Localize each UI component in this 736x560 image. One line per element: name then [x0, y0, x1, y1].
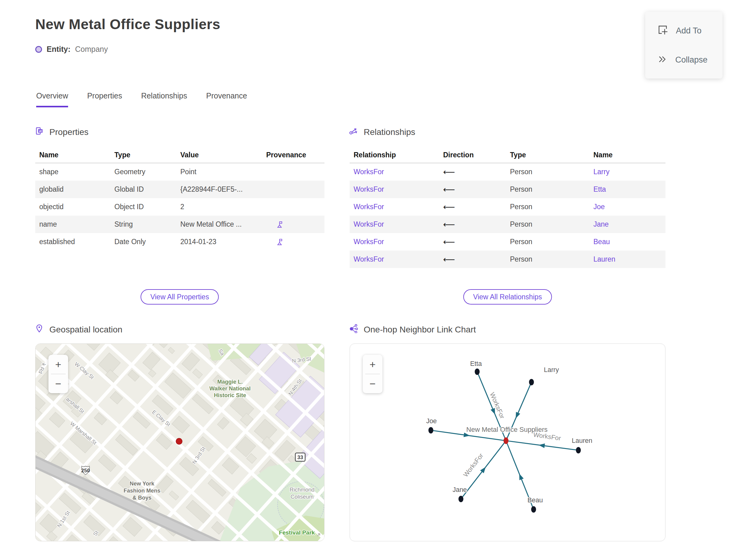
link-chart-graph[interactable]: WorksForWorksForWorksForEttaLarryJoeLaur… — [350, 344, 665, 541]
chart-zoom-out-button[interactable]: − — [363, 374, 382, 393]
route-shield: 33 — [295, 453, 305, 461]
relationship-link[interactable]: WorksFor — [354, 168, 439, 176]
provenance-flag-icon[interactable] — [275, 238, 283, 246]
add-to-button[interactable]: Add To — [657, 25, 723, 37]
properties-section-header: Properties — [35, 126, 89, 138]
graph-node-etta[interactable] — [475, 369, 480, 375]
graph-node-beau[interactable] — [531, 506, 536, 513]
direction-cell: ⟵ — [439, 255, 506, 264]
edge-arrowhead — [519, 474, 523, 480]
map-expand-handle[interactable] — [315, 531, 323, 540]
relationship-type-cell: WorksFor — [350, 203, 439, 211]
double-chevron-right-icon — [657, 54, 667, 66]
graph-node-jane[interactable] — [458, 496, 463, 502]
direction-cell: ⟵ — [439, 220, 506, 229]
geospatial-map[interactable]: + − 25033k RdW Clay StSaarshall StW Mars… — [35, 343, 324, 541]
entity-subtitle: Entity: Company — [35, 45, 108, 54]
direction-arrow: ⟵ — [443, 237, 506, 247]
direction-arrow: ⟵ — [443, 220, 506, 229]
properties-table: NameTypeValueProvenanceshapeGeometryPoin… — [35, 147, 324, 251]
graph-node-larry[interactable] — [529, 379, 534, 385]
relationship-link[interactable]: WorksFor — [354, 255, 439, 263]
prop-name-cell: globalid — [35, 185, 110, 194]
linkchart-section-title: One-hop Neighbor Link Chart — [364, 325, 476, 335]
graph-node-center[interactable] — [504, 437, 508, 444]
add-to-label: Add To — [676, 26, 702, 36]
column-header: Name — [589, 151, 665, 159]
actions-panel: Add To Collapse — [645, 12, 723, 79]
relationship-type-cell: WorksFor — [350, 220, 439, 228]
link-chart-icon — [349, 324, 358, 335]
map-illustration[interactable]: 25033k RdW Clay StSaarshall StW Marshall… — [36, 344, 324, 541]
property-row: establishedDate Only2014-01-23 — [35, 233, 324, 251]
related-entity-cell: Joe — [589, 203, 665, 211]
map-marker[interactable] — [176, 438, 182, 444]
relationship-link[interactable]: WorksFor — [354, 238, 439, 246]
graph-node-label: Beau — [527, 497, 543, 504]
prop-type-cell: String — [110, 220, 176, 228]
relationships-table: RelationshipDirectionTypeNameWorksFor⟵Pe… — [350, 147, 665, 268]
relationship-type-cell: WorksFor — [350, 238, 439, 246]
graph-node-label: Lauren — [572, 437, 592, 444]
edge-arrowhead — [480, 467, 486, 473]
chart-zoom-in-button[interactable]: + — [363, 355, 382, 374]
related-entity-cell: Etta — [589, 185, 665, 194]
relationship-row: WorksFor⟵PersonBeau — [350, 233, 665, 251]
relationship-type-cell: WorksFor — [350, 185, 439, 194]
related-entity-link[interactable]: Beau — [593, 238, 665, 246]
chart-zoom-control: + − — [363, 355, 382, 393]
relationships-section-title: Relationships — [364, 127, 415, 137]
related-entity-link[interactable]: Joe — [593, 203, 665, 211]
graph-center-label: New Metal Office Suppliers — [466, 426, 548, 433]
related-entity-link[interactable]: Etta — [593, 185, 665, 194]
one-hop-link-chart[interactable]: + − WorksForWorksForWorksForEttaLarryJoe… — [350, 343, 665, 541]
entity-type-cell: Person — [506, 168, 589, 176]
map-zoom-in-button[interactable]: + — [48, 355, 68, 374]
view-all-properties-button[interactable]: View All Properties — [140, 289, 219, 305]
property-row: shapeGeometryPoint — [35, 163, 324, 181]
svg-text:250: 250 — [81, 468, 90, 474]
prop-value-cell: Point — [176, 168, 262, 176]
relationship-link[interactable]: WorksFor — [354, 220, 439, 228]
graph-node-label: Etta — [470, 360, 482, 367]
relationship-type-cell: WorksFor — [350, 168, 439, 176]
map-label: Richmond — [289, 487, 314, 493]
column-header: Type — [110, 151, 176, 159]
relationship-link[interactable]: WorksFor — [354, 185, 439, 194]
direction-arrow: ⟵ — [443, 255, 506, 264]
collapse-label: Collapse — [675, 55, 707, 65]
tab-overview[interactable]: Overview — [36, 91, 68, 107]
relationship-row: WorksFor⟵PersonJane — [350, 216, 665, 233]
prop-type-cell: Global ID — [110, 185, 176, 194]
page-title: New Metal Office Suppliers — [35, 16, 220, 33]
tab-relationships[interactable]: Relationships — [141, 91, 187, 107]
direction-cell: ⟵ — [439, 167, 506, 177]
relationships-section-header: Relationships — [349, 126, 415, 138]
graph-node-joe[interactable] — [428, 427, 433, 434]
map-label: & Boys — [132, 495, 151, 501]
collapse-button[interactable]: Collapse — [657, 54, 723, 66]
column-header: Provenance — [262, 151, 324, 159]
relationship-type-cell: WorksFor — [350, 255, 439, 263]
related-entity-cell: Beau — [589, 238, 665, 246]
prop-value-cell: 2 — [176, 203, 262, 211]
graph-node-lauren[interactable] — [576, 447, 581, 454]
direction-cell: ⟵ — [439, 185, 506, 194]
prop-name-cell: established — [35, 238, 110, 246]
view-all-relationships-button[interactable]: View All Relationships — [463, 289, 552, 305]
related-entity-link[interactable]: Lauren — [593, 255, 665, 263]
related-entity-link[interactable]: Jane — [593, 220, 665, 228]
provenance-flag-icon[interactable] — [275, 221, 283, 228]
tab-provenance[interactable]: Provenance — [206, 91, 247, 107]
map-zoom-out-button[interactable]: − — [48, 374, 68, 393]
linkchart-section-header: One-hop Neighbor Link Chart — [349, 324, 476, 335]
edge-arrowhead — [516, 412, 520, 418]
tab-properties[interactable]: Properties — [87, 91, 122, 107]
map-label: Historic Site — [214, 392, 246, 398]
geospatial-section-title: Geospatial location — [49, 325, 122, 335]
relationship-link[interactable]: WorksFor — [354, 203, 439, 211]
related-entity-link[interactable]: Larry — [593, 168, 665, 176]
entity-type-icon — [35, 46, 42, 53]
entity-type-value: Company — [75, 45, 108, 54]
route-shield: 250 — [81, 466, 90, 475]
